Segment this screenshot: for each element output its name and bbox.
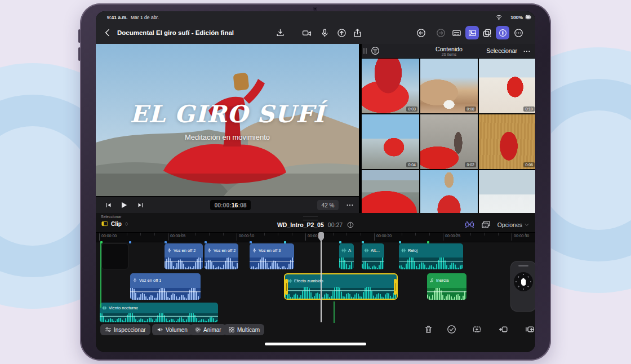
clip-waveform	[100, 313, 218, 322]
timeline-clip[interactable]: Inercia	[427, 273, 466, 300]
trim-handle-right[interactable]	[394, 279, 397, 295]
wifi-icon	[495, 14, 503, 21]
clip-label: Viento nocturno	[109, 305, 138, 310]
jog-wheel-widget[interactable]	[510, 261, 535, 312]
media-thumbnail[interactable]: 0:03	[362, 59, 419, 113]
media-thumbnail[interactable]	[362, 170, 419, 213]
timecode-display: 00:00:16:08	[210, 200, 251, 210]
transport-bar: 00:00:16:08 42 %	[96, 196, 359, 214]
music-note-icon	[429, 278, 434, 283]
trim-handle-left[interactable]	[285, 279, 288, 295]
timeline-clip[interactable]: A…	[339, 243, 354, 269]
clip-duration-badge: 0:03	[406, 106, 417, 112]
overwrite-clip-icon[interactable]	[525, 325, 535, 334]
media-thumbnail[interactable]	[479, 170, 535, 213]
clip-waveform	[165, 258, 203, 269]
camera-icon[interactable]	[302, 28, 312, 38]
project-title: Documental El giro sufí - Edición final	[117, 29, 234, 36]
skip-forward-icon[interactable]	[136, 201, 144, 209]
jog-dial[interactable]	[514, 272, 533, 291]
media-thumbnail[interactable]: 0:06	[479, 114, 535, 169]
browser-header: Contenido 26 items Seleccionar	[362, 44, 535, 59]
undo-icon[interactable]	[416, 28, 426, 38]
back-button[interactable]	[103, 28, 113, 38]
inspector-icon	[105, 326, 112, 333]
media-thumbnail[interactable]: 0:04	[362, 114, 419, 169]
timeline-clip[interactable]	[101, 243, 128, 269]
clip-waveform	[427, 288, 466, 300]
animate-button[interactable]: Animar	[190, 324, 226, 335]
import-icon[interactable]	[275, 28, 285, 38]
clip-edge-marker	[334, 301, 335, 323]
waveform-icon	[401, 248, 406, 253]
timeline-clip[interactable]: Viento nocturno	[100, 303, 218, 322]
approve-icon[interactable]	[447, 325, 456, 334]
media-browser-panel: Contenido 26 items Seleccionar 0:030:080…	[361, 44, 535, 213]
clip-label: Inercia	[436, 278, 449, 283]
page-background: 9:41 a.m. Mar 1 de abr. 100% Documental …	[0, 0, 631, 364]
media-thumbnail[interactable]: 0:02	[420, 114, 478, 169]
timeline-footer: Inspeccionar Volumen Animar Multicam	[96, 322, 535, 338]
timeline-clip[interactable]: Voz en off 2	[205, 243, 238, 269]
microphone-icon	[207, 248, 212, 253]
effects-icon[interactable]	[482, 28, 492, 38]
speaker-icon	[157, 326, 163, 333]
home-indicator[interactable]	[265, 343, 366, 345]
redo-icon[interactable]	[436, 28, 446, 38]
timeline-clip[interactable]: Altu…	[362, 243, 384, 269]
jog-wheel-icon	[499, 29, 507, 37]
microphone-icon	[167, 248, 172, 253]
clip-waveform	[205, 258, 238, 269]
play-icon[interactable]	[119, 201, 128, 210]
inspect-button[interactable]: Inspeccionar	[100, 324, 150, 335]
volume-up-button	[78, 29, 81, 43]
more-options-icon[interactable]	[514, 28, 523, 38]
photo-icon	[468, 29, 477, 37]
multicam-button[interactable]: Multicam	[224, 324, 264, 335]
microphone-icon[interactable]	[320, 28, 330, 38]
media-thumbnail[interactable]	[420, 170, 478, 213]
select-button[interactable]: Seleccionar	[486, 47, 517, 54]
clip-duration-badge: 0:10	[523, 106, 535, 112]
microphone-icon	[132, 278, 137, 283]
browser-more-icon[interactable]	[523, 47, 531, 55]
front-camera	[313, 7, 317, 11]
viewer-zoom-level[interactable]: 42 %	[317, 200, 339, 210]
waveform-icon	[364, 248, 369, 253]
clip-waveform	[399, 258, 463, 269]
animate-rings-icon	[194, 326, 201, 333]
record-voiceover-icon[interactable]	[337, 28, 346, 38]
connect-clip-icon[interactable]	[472, 325, 482, 334]
battery-percent: 100%	[510, 15, 523, 20]
media-browser-button[interactable]	[465, 26, 479, 39]
delete-icon[interactable]	[424, 325, 433, 334]
top-chrome: 9:41 a.m. Mar 1 de abr. 100% Documental …	[96, 11, 535, 44]
jog-mode-button[interactable]	[496, 26, 509, 39]
jog-handle[interactable]	[518, 265, 528, 267]
timeline-clip[interactable]: Voz en off 1	[130, 273, 201, 300]
viewer-more-icon[interactable]	[346, 201, 354, 209]
viewer-subtitle-text: Meditación en movimiento	[96, 133, 359, 141]
titles-icon[interactable]	[452, 28, 461, 38]
microphone-icon	[252, 248, 257, 253]
multicam-grid-icon	[228, 326, 235, 333]
skip-back-icon[interactable]	[105, 201, 113, 209]
waveform-icon	[287, 278, 292, 283]
ipad-device: 9:41 a.m. Mar 1 de abr. 100% Documental …	[80, 3, 551, 361]
timeline-clip[interactable]: Reloj	[399, 243, 463, 269]
share-icon[interactable]	[353, 28, 362, 38]
waveform-icon	[102, 305, 107, 310]
timeline-panel: Seleccionar Clip WD_Intro_P2_0500:27 Opc…	[96, 213, 535, 352]
clip-label: A…	[348, 248, 352, 253]
insert-clip-icon[interactable]	[499, 325, 508, 334]
clip-duration-badge: 0:02	[465, 162, 476, 167]
clip-label: Voz en off 1	[139, 278, 161, 283]
volume-button[interactable]: Volumen	[152, 324, 192, 335]
media-thumbnail[interactable]: 0:08	[420, 59, 478, 113]
media-thumbnail[interactable]: 0:10	[479, 59, 535, 113]
clip-label: Voz en off 3	[259, 248, 281, 253]
timeline-clip[interactable]: Voz en off 2	[165, 243, 203, 269]
clip-duration-badge: 0:04	[406, 162, 417, 167]
timeline-clip[interactable]: Voz en off 3	[250, 243, 294, 269]
timeline-clip[interactable]: Efecto zumbido	[284, 273, 398, 300]
